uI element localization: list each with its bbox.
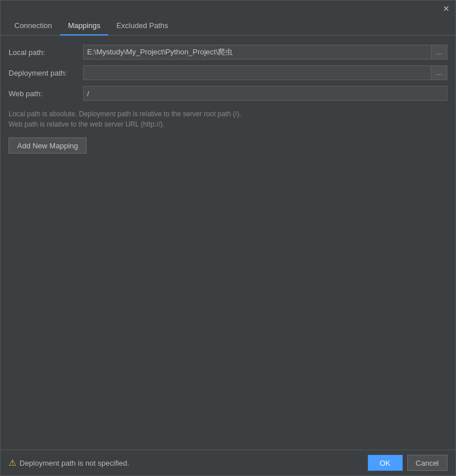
deployment-path-input-group: … (83, 65, 447, 80)
cancel-button[interactable]: Cancel (407, 455, 447, 471)
title-bar: ✕ (1, 1, 455, 17)
local-path-row: Local path: … (9, 45, 447, 60)
web-path-input[interactable] (83, 86, 447, 101)
deployment-path-label: Deployment path: (9, 69, 83, 77)
content-spacer (9, 159, 447, 440)
local-path-input-group: … (83, 45, 447, 60)
web-path-row: Web path: (9, 86, 447, 101)
local-path-label: Local path: (9, 48, 83, 57)
local-path-input[interactable] (83, 45, 431, 60)
tab-content: Local path: … Deployment path: … (1, 36, 455, 450)
deployment-path-browse-button[interactable]: … (431, 65, 447, 80)
web-path-input-group (83, 86, 447, 101)
add-mapping-button[interactable]: Add New Mapping (9, 137, 87, 154)
dialog: ✕ Connection Mappings Excluded Paths Loc… (0, 0, 456, 476)
folder-icon: … (436, 48, 443, 56)
folder-icon: … (436, 69, 443, 77)
ok-button[interactable]: OK (368, 455, 403, 471)
close-button[interactable]: ✕ (441, 3, 452, 14)
tab-mappings[interactable]: Mappings (60, 17, 108, 36)
info-text: Local path is absolute. Deployment path … (9, 107, 447, 129)
deployment-path-row: Deployment path: … (9, 65, 447, 80)
local-path-browse-button[interactable]: … (431, 45, 447, 60)
web-path-label: Web path: (9, 89, 83, 98)
info-line-2: Web path is relative to the web server U… (9, 119, 447, 129)
warning-message: ⚠ Deployment path is not specified. (9, 458, 362, 468)
warning-icon: ⚠ (9, 458, 16, 468)
tab-connection[interactable]: Connection (6, 17, 60, 36)
warning-text: Deployment path is not specified. (19, 459, 129, 467)
bottom-bar: ⚠ Deployment path is not specified. OK C… (1, 450, 455, 475)
tab-excluded-paths[interactable]: Excluded Paths (108, 17, 176, 36)
info-line-1: Local path is absolute. Deployment path … (9, 109, 447, 119)
tab-bar: Connection Mappings Excluded Paths (1, 17, 455, 36)
deployment-path-input[interactable] (83, 65, 431, 80)
bottom-buttons: OK Cancel (368, 455, 447, 471)
add-mapping-container: Add New Mapping (9, 135, 447, 154)
